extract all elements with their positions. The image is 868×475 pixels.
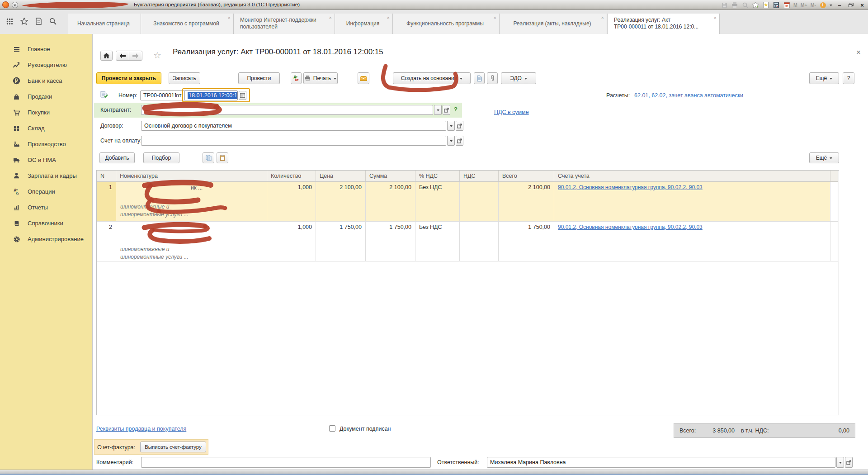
calculator-icon[interactable] (773, 1, 780, 9)
responsible-input[interactable]: Михалева Марина Павловна (487, 457, 835, 468)
col-amount[interactable]: Сумма (366, 171, 415, 182)
tab-current-document[interactable]: Реализация услуг: Акт ТР00-000011 от 18.… (607, 14, 720, 34)
tab-close-icon[interactable]: × (494, 15, 496, 20)
attachments-button[interactable] (487, 72, 498, 84)
issue-invoice-button[interactable]: Выписать счет-фактуру (140, 442, 206, 452)
date-picker-button[interactable] (239, 91, 246, 100)
items-more-button[interactable]: Ещё (809, 152, 839, 163)
sidebar-item-manager[interactable]: Руководителю (0, 57, 92, 73)
col-vat-rate[interactable]: % НДС (415, 171, 460, 182)
more-button[interactable]: Ещё (809, 72, 839, 84)
contractor-dropdown-button[interactable] (434, 105, 442, 115)
responsible-dropdown-button[interactable] (836, 457, 844, 468)
add-row-button[interactable]: Добавить (99, 152, 135, 163)
sidebar-item-sales[interactable]: Продажи (0, 89, 92, 104)
sidebar-item-bank-cash[interactable]: Банк и касса (0, 73, 92, 89)
service-menu-icon[interactable] (5, 16, 14, 26)
app-logo-icon[interactable] (2, 1, 9, 8)
calendar-icon[interactable]: 31 (783, 1, 790, 9)
contract-input[interactable]: Основной договор с покупателем (141, 121, 446, 131)
payment-invoice-dropdown-button[interactable] (447, 136, 455, 146)
add-favorite-icon[interactable] (752, 1, 759, 9)
payment-invoice-input[interactable] (141, 136, 446, 146)
sidebar-item-purchases[interactable]: Покупки (0, 104, 92, 120)
col-quantity[interactable]: Количество (267, 171, 316, 182)
favorites-star-icon[interactable] (19, 16, 29, 26)
contractor-help-link[interactable]: ? (454, 106, 458, 113)
settlements-link[interactable]: 62.01, 62.02, зачет аванса автоматически (634, 92, 743, 99)
table-header-row[interactable]: N Номенклатура Количество Цена Сумма % Н… (97, 171, 839, 182)
sidebar-item-administration[interactable]: Администрирование (0, 231, 92, 247)
favorites-list-icon[interactable] (762, 1, 769, 9)
table-row[interactable]: 1 ик ... шиномонтажные и шиноремонтные у… (97, 182, 839, 222)
print-icon[interactable] (731, 1, 738, 9)
tab-close-icon[interactable]: × (601, 15, 604, 20)
sidebar-item-reports[interactable]: Отчеты (0, 200, 92, 215)
col-total[interactable]: Всего (499, 171, 554, 182)
tab-functionality[interactable]: Функциональность программы × (393, 14, 500, 34)
post-button[interactable]: Провести (238, 72, 280, 84)
document-close-icon[interactable]: × (856, 48, 861, 56)
table-row[interactable]: 2 шиномонтажные и шиноремонтные услуги .… (97, 222, 839, 261)
tab-close-icon[interactable]: × (228, 15, 231, 20)
save-icon[interactable] (721, 1, 728, 9)
show-postings-button[interactable]: ДтКт (291, 72, 302, 84)
sidebar-item-main[interactable]: Главное (0, 41, 92, 57)
save-button[interactable]: Записать (169, 72, 200, 84)
contract-open-button[interactable] (456, 121, 463, 131)
accounts-link[interactable]: 90.01.2, Основная номенклатурная группа,… (558, 184, 703, 190)
info-chevron-icon[interactable] (830, 5, 832, 8)
seller-buyer-details-link[interactable]: Реквизиты продавца и покупателя (96, 426, 186, 432)
memory-m-button[interactable]: M (793, 2, 797, 8)
pick-items-button[interactable]: Подбор (143, 152, 179, 163)
copy-rows-button[interactable] (203, 152, 214, 163)
col-accounts[interactable]: Счета учета (554, 171, 830, 182)
accounts-link[interactable]: 90.01.2, Основная номенклатурная группа,… (558, 224, 703, 230)
tab-intro[interactable]: Знакомство с программой × (141, 14, 234, 34)
post-and-close-button[interactable]: Провести и закрыть (96, 72, 161, 84)
sidebar-item-fixed-assets[interactable]: ОС и НМА (0, 152, 92, 168)
payment-invoice-open-button[interactable] (456, 136, 463, 146)
memory-mminus-button[interactable]: M- (811, 2, 816, 8)
history-icon[interactable] (33, 16, 43, 26)
create-based-on-button[interactable]: Создать на основании (393, 72, 471, 84)
date-input[interactable]: 18.01.2016 12:00:15 (184, 90, 238, 100)
col-price[interactable]: Цена (316, 171, 366, 182)
info-icon[interactable]: i (819, 1, 826, 9)
window-menu-button[interactable] (12, 2, 18, 8)
print-button[interactable]: Печать (303, 72, 338, 84)
tab-close-icon[interactable]: × (329, 15, 332, 20)
back-button[interactable] (116, 51, 129, 61)
search-icon[interactable] (48, 16, 58, 26)
edo-button[interactable]: ЭДО (501, 72, 536, 84)
contractor-open-button[interactable] (443, 105, 450, 115)
send-email-button[interactable] (358, 72, 369, 84)
tab-sales-docs[interactable]: Реализация (акты, накладные) × (500, 14, 607, 34)
memory-mplus-button[interactable]: M+ (801, 2, 807, 8)
sidebar-item-payroll-hr[interactable]: Зарплата и кадры (0, 168, 92, 184)
help-button[interactable]: ? (843, 72, 854, 84)
tab-close-icon[interactable]: × (387, 15, 390, 20)
contract-dropdown-button[interactable] (447, 121, 455, 131)
tab-information[interactable]: Информация × (335, 14, 393, 34)
close-button[interactable]: × (858, 1, 866, 9)
comment-input[interactable] (141, 457, 431, 468)
minimize-button[interactable]: – (835, 1, 844, 9)
sidebar-item-warehouse[interactable]: Склад (0, 120, 92, 136)
preview-icon[interactable] (741, 1, 749, 9)
tab-internet-support[interactable]: Монитор Интернет-поддержки пользователей… (234, 14, 335, 34)
col-vat[interactable]: НДС (460, 171, 499, 182)
sidebar-item-operations[interactable]: ДтКт Операции (0, 184, 92, 200)
col-nomenclature[interactable]: Номенклатура (116, 171, 267, 182)
vat-in-total-link[interactable]: НДС в сумме (494, 109, 529, 115)
document-signed-checkbox[interactable] (329, 425, 335, 432)
sidebar-item-production[interactable]: Производство (0, 136, 92, 152)
restore-button[interactable] (847, 1, 855, 9)
tab-home[interactable]: Начальная страница (68, 14, 141, 34)
contractor-input[interactable] (141, 105, 433, 115)
forward-button[interactable] (129, 51, 142, 61)
sidebar-item-directories[interactable]: Справочники (0, 215, 92, 231)
paste-rows-button[interactable] (217, 152, 228, 163)
tab-close-icon[interactable]: × (714, 15, 717, 20)
related-documents-button[interactable] (474, 72, 485, 84)
